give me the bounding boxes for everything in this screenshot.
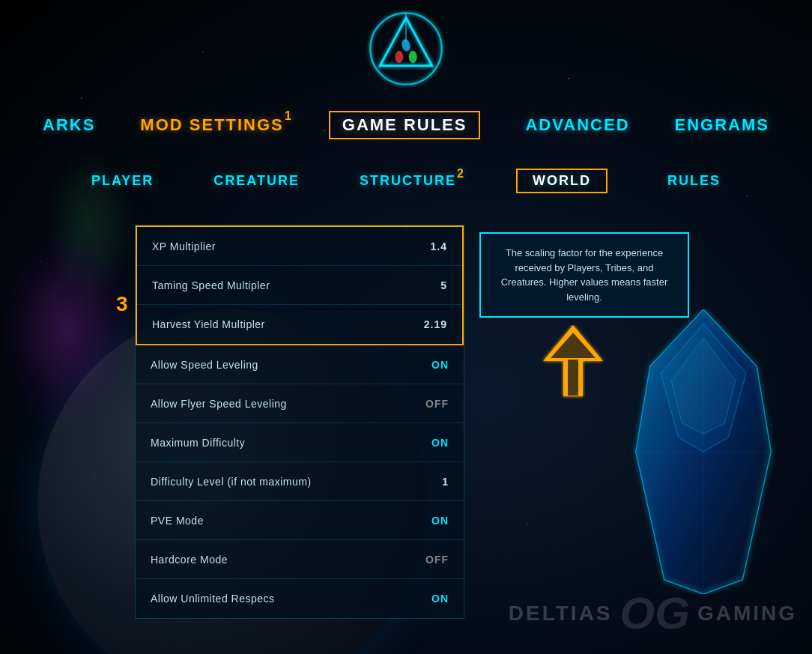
allow-respecs-value: ON xyxy=(431,593,449,605)
difficulty-level-value: 1 xyxy=(442,476,449,488)
max-difficulty-label: Maximum Difficulty xyxy=(151,437,245,449)
setting-row-taming[interactable]: Taming Speed Multipler 5 xyxy=(137,266,462,305)
nav-arks[interactable]: ARKS xyxy=(43,115,95,135)
nav-mod-settings[interactable]: MOD SETTINGS 1 xyxy=(140,115,283,135)
allow-speed-value: ON xyxy=(431,359,449,371)
tooltip-text: The scaling factor for the experience re… xyxy=(501,247,668,303)
subnav-structure[interactable]: STRUCTURE 2 xyxy=(360,173,456,189)
main-nav: ARKS MOD SETTINGS 1 GAME RULES ADVANCED … xyxy=(0,111,812,139)
xp-multiplier-value: 1.4 xyxy=(431,240,447,252)
sub-nav: PLAYER CREATURE STRUCTURE 2 WORLD RULES xyxy=(0,169,812,193)
pve-mode-value: ON xyxy=(431,515,449,527)
harvest-yield-value: 2.19 xyxy=(424,318,447,330)
nav-game-rules[interactable]: GAME RULES xyxy=(329,111,481,139)
logo-container xyxy=(365,7,447,90)
setting-row-difficulty-level[interactable]: Difficulty Level (if not maximum) 1 xyxy=(136,462,464,501)
setting-row-max-difficulty[interactable]: Maximum Difficulty ON xyxy=(136,423,464,462)
flyer-speed-value: OFF xyxy=(425,398,449,410)
settings-panel: XP Multiplier 1.4 Taming Speed Multipler… xyxy=(135,225,464,619)
subnav-player[interactable]: PLAYER xyxy=(91,173,154,189)
info-tooltip: The scaling factor for the experience re… xyxy=(479,232,689,318)
setting-row-respecs[interactable]: Allow Unlimited Respecs ON xyxy=(136,579,464,618)
setting-row-xp[interactable]: XP Multiplier 1.4 xyxy=(137,227,462,266)
hardcore-mode-value: OFF xyxy=(425,554,449,566)
setting-row-allow-speed[interactable]: Allow Speed Leveling ON xyxy=(136,345,464,384)
difficulty-level-label: Difficulty Level (if not maximum) xyxy=(151,476,312,488)
taming-speed-label: Taming Speed Multipler xyxy=(152,279,270,291)
allow-respecs-label: Allow Unlimited Respecs xyxy=(151,593,275,605)
section-badge-3: 3 xyxy=(116,292,128,316)
arrow-indicator xyxy=(539,325,607,408)
subnav-creature[interactable]: CREATURE xyxy=(213,173,300,189)
structure-badge: 2 xyxy=(457,167,465,181)
setting-row-pve[interactable]: PVE Mode ON xyxy=(136,501,464,540)
tooltip-area: The scaling factor for the experience re… xyxy=(479,225,689,619)
harvest-yield-label: Harvest Yield Multipler xyxy=(152,318,265,330)
subnav-rules[interactable]: RULES xyxy=(667,173,721,189)
flyer-speed-label: Allow Flyer Speed Leveling xyxy=(151,398,287,410)
pve-mode-label: PVE Mode xyxy=(151,515,204,527)
content-area: XP Multiplier 1.4 Taming Speed Multipler… xyxy=(135,225,767,619)
mod-settings-badge: 1 xyxy=(285,109,293,123)
setting-row-harvest[interactable]: Harvest Yield Multipler 2.19 xyxy=(137,305,462,344)
taming-speed-value: 5 xyxy=(440,279,447,291)
xp-multiplier-label: XP Multiplier xyxy=(152,240,216,252)
max-difficulty-value: ON xyxy=(431,437,449,449)
highlighted-settings-group: XP Multiplier 1.4 Taming Speed Multipler… xyxy=(136,225,464,345)
nav-advanced[interactable]: ADVANCED xyxy=(525,115,629,135)
hardcore-mode-label: Hardcore Mode xyxy=(151,554,228,566)
svg-rect-15 xyxy=(568,360,578,396)
allow-speed-label: Allow Speed Leveling xyxy=(151,359,258,371)
svg-point-9 xyxy=(395,51,403,64)
setting-row-hardcore[interactable]: Hardcore Mode OFF xyxy=(136,540,464,579)
nav-engrams[interactable]: ENGRAMS xyxy=(675,115,769,135)
subnav-world[interactable]: WORLD xyxy=(516,169,608,193)
ark-logo xyxy=(365,7,447,90)
setting-row-flyer-speed[interactable]: Allow Flyer Speed Leveling OFF xyxy=(136,384,464,423)
svg-point-11 xyxy=(409,51,417,64)
